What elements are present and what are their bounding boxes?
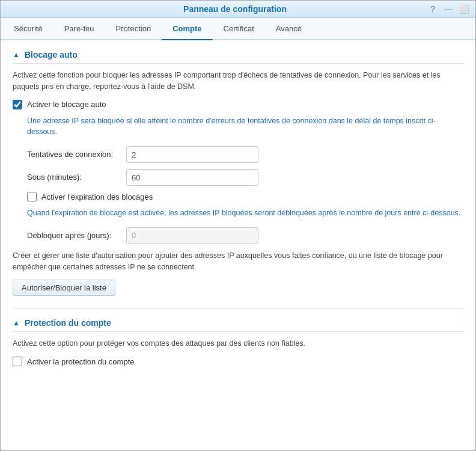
checkbox-row-blocage: Activer le blocage auto bbox=[13, 100, 463, 109]
section-protection-compte-header: ▲ Protection du compte bbox=[13, 318, 463, 332]
tab-protection[interactable]: Protection bbox=[105, 18, 162, 40]
checkbox-protection-compte[interactable] bbox=[13, 357, 22, 366]
list-desc: Créer et gérer une liste d'autorisation … bbox=[13, 250, 463, 273]
debloquer-label: Débloquer après (jours): bbox=[27, 230, 120, 241]
tab-avance[interactable]: Avancé bbox=[265, 18, 313, 40]
section-protection-compte-title: Protection du compte bbox=[25, 318, 111, 328]
section-protection-compte: ▲ Protection du compte Activez cette opt… bbox=[13, 318, 463, 366]
checkbox-expiration[interactable] bbox=[27, 192, 37, 201]
section-divider bbox=[13, 308, 463, 308]
minimize-icon[interactable]: — bbox=[443, 4, 454, 14]
main-content: ▲ Blocage auto Activez cette fonction po… bbox=[1, 40, 475, 450]
checkbox-row-expiration: Activer l'expiration des blocages bbox=[27, 192, 463, 201]
blocage-auto-indent: Une adresse IP sera bloquée si elle atte… bbox=[13, 115, 463, 244]
blocage-auto-info: Une adresse IP sera bloquée si elle atte… bbox=[27, 115, 463, 138]
tab-certificat[interactable]: Certificat bbox=[213, 18, 265, 40]
checkbox-blocage-auto-label[interactable]: Activer le blocage auto bbox=[27, 100, 106, 109]
window-title: Panneau de configuration bbox=[43, 4, 427, 14]
tentatives-input[interactable] bbox=[126, 146, 258, 163]
section-blocage-auto: ▲ Blocage auto Activez cette fonction po… bbox=[13, 50, 463, 296]
section-blocage-auto-header: ▲ Blocage auto bbox=[13, 50, 463, 64]
expiration-desc: Quand l'expiration de blocage est activé… bbox=[27, 207, 463, 219]
chevron-down-icon-2: ▲ bbox=[13, 319, 20, 327]
maximize-icon[interactable]: ⬜ bbox=[459, 4, 469, 14]
checkbox-row-protection-compte: Activer la protection du compte bbox=[13, 357, 463, 366]
tab-securite[interactable]: Sécurité bbox=[3, 18, 53, 40]
autoriser-bloquer-btn[interactable]: Autoriser/Bloquer la liste bbox=[13, 280, 115, 296]
protection-compte-desc: Activez cette option pour protéger vos c… bbox=[13, 338, 463, 349]
tab-bar: Sécurité Pare-feu Protection Compte Cert… bbox=[1, 18, 475, 40]
chevron-down-icon: ▲ bbox=[13, 51, 20, 59]
help-icon[interactable]: ? bbox=[427, 4, 438, 14]
sous-input[interactable] bbox=[126, 169, 258, 186]
tab-compte[interactable]: Compte bbox=[162, 18, 212, 40]
window: Panneau de configuration ? — ⬜ Sécurité … bbox=[0, 0, 476, 451]
checkbox-expiration-label[interactable]: Activer l'expiration des blocages bbox=[41, 192, 153, 201]
titlebar: Panneau de configuration ? — ⬜ bbox=[1, 1, 475, 18]
checkbox-protection-compte-label[interactable]: Activer la protection du compte bbox=[27, 357, 134, 366]
debloquer-input[interactable] bbox=[126, 227, 258, 244]
section-blocage-auto-title: Blocage auto bbox=[25, 50, 78, 60]
tentatives-label: Tentatives de connexion: bbox=[27, 149, 120, 160]
titlebar-controls: ? — ⬜ bbox=[427, 4, 469, 14]
form-row-debloquer: Débloquer après (jours): bbox=[27, 227, 463, 244]
blocage-auto-desc: Activez cette fonction pour bloquer les … bbox=[13, 70, 463, 93]
tab-pare-feu[interactable]: Pare-feu bbox=[53, 18, 105, 40]
sous-label: Sous (minutes): bbox=[27, 172, 120, 183]
checkbox-blocage-auto[interactable] bbox=[13, 100, 22, 109]
form-row-sous: Sous (minutes): bbox=[27, 169, 463, 186]
form-row-tentatives: Tentatives de connexion: bbox=[27, 146, 463, 163]
